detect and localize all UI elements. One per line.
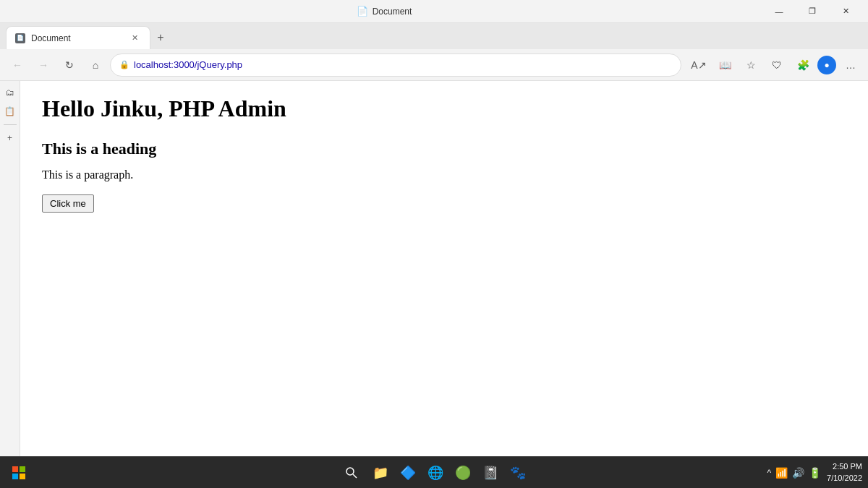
url-text: localhost:3000/jQuery.php [134, 59, 672, 70]
start-button[interactable] [6, 460, 32, 486]
sidebar-notes-button[interactable]: 📋 [1, 103, 19, 120]
svg-rect-0 [12, 466, 18, 472]
tray-wifi-icon[interactable]: 📶 [775, 467, 788, 479]
tab-title: Document [31, 33, 122, 43]
tray-expand-icon[interactable]: ^ [767, 468, 771, 478]
immersive-reader-button[interactable]: 📖 [713, 53, 736, 77]
svg-line-5 [353, 474, 357, 478]
clock-time: 2:50 PM [827, 461, 862, 472]
new-tab-button[interactable]: + [150, 27, 171, 48]
taskbar-left [6, 460, 32, 486]
restore-button[interactable]: ❐ [796, 0, 829, 23]
sidebar-panel: 🗂 📋 + [0, 81, 20, 456]
active-tab[interactable]: 📄 Document ✕ [6, 26, 150, 49]
taskbar-spotify-button[interactable]: 🟢 [451, 461, 475, 484]
profile-avatar[interactable]: ● [817, 56, 836, 74]
taskbar-edge-button[interactable]: 🌐 [424, 461, 447, 484]
extensions-button[interactable]: 🧩 [791, 53, 814, 77]
svg-rect-3 [20, 474, 25, 479]
refresh-button[interactable]: ↻ [58, 53, 81, 77]
clock[interactable]: 2:50 PM 7/10/2022 [827, 461, 862, 484]
tray-icons: ^ 📶 🔊 🔋 [767, 467, 821, 479]
read-aloud-button[interactable]: A↗ [687, 53, 710, 77]
addressbar: ← → ↻ ⌂ 🔒 localhost:3000/jQuery.php A↗ 📖… [0, 49, 868, 81]
titlebar: 📄 Document — ❐ ✕ [0, 0, 868, 23]
taskbar: 📁 🔷 🌐 🟢 📓 🐾 ^ 📶 🔊 🔋 2:50 PM 7/10/2022 [0, 456, 868, 488]
address-bar[interactable]: 🔒 localhost:3000/jQuery.php [110, 53, 681, 77]
tray-volume-icon[interactable]: 🔊 [792, 467, 804, 479]
tab-close-button[interactable]: ✕ [128, 32, 141, 45]
svg-rect-1 [20, 466, 25, 472]
click-me-button[interactable]: Click me [42, 194, 94, 213]
svg-rect-2 [12, 474, 18, 479]
page-paragraph: This is a paragraph. [42, 168, 846, 181]
taskbar-right: ^ 📶 🔊 🔋 2:50 PM 7/10/2022 [767, 461, 862, 484]
sidebar-divider [4, 124, 17, 125]
settings-more-button[interactable]: … [839, 53, 862, 77]
tabbar: 📄 Document ✕ + [0, 23, 868, 49]
titlebar-controls: — ❐ ✕ [762, 0, 862, 23]
titlebar-title: Document [373, 7, 412, 17]
taskbar-search-button[interactable] [339, 460, 365, 486]
tray-battery-icon[interactable]: 🔋 [809, 467, 821, 479]
forward-button[interactable]: → [32, 53, 55, 77]
add-to-favorites-button[interactable]: ☆ [739, 53, 762, 77]
page-content: Hello Jinku, PHP Admin This is a heading… [20, 81, 868, 456]
toolbar-icons: A↗ 📖 ☆ 🛡 🧩 ● … [687, 53, 862, 77]
close-button[interactable]: ✕ [829, 0, 862, 23]
browser-essentials-button[interactable]: 🛡 [765, 53, 788, 77]
taskbar-notion-button[interactable]: 📓 [479, 461, 502, 484]
lock-icon: 🔒 [119, 60, 129, 69]
taskbar-center: 📁 🔷 🌐 🟢 📓 🐾 [339, 460, 529, 486]
page-heading1: Hello Jinku, PHP Admin [42, 95, 846, 122]
page-heading2: This is a heading [42, 140, 846, 158]
minimize-button[interactable]: — [762, 0, 796, 23]
taskbar-vscode-button[interactable]: 🔷 [396, 461, 420, 484]
svg-point-4 [346, 468, 354, 475]
back-button[interactable]: ← [6, 53, 29, 77]
sidebar-add-button[interactable]: + [1, 129, 19, 147]
clock-date: 7/10/2022 [827, 473, 862, 484]
taskbar-app-button[interactable]: 🐾 [506, 461, 529, 484]
titlebar-doc-icon: 📄 [357, 6, 368, 17]
taskbar-explorer-button[interactable]: 📁 [369, 461, 392, 484]
home-button[interactable]: ⌂ [84, 53, 107, 77]
browser-body: 🗂 📋 + Hello Jinku, PHP Admin This is a h… [0, 81, 868, 456]
tab-favicon: 📄 [15, 33, 25, 43]
sidebar-collections-button[interactable]: 🗂 [1, 84, 19, 101]
